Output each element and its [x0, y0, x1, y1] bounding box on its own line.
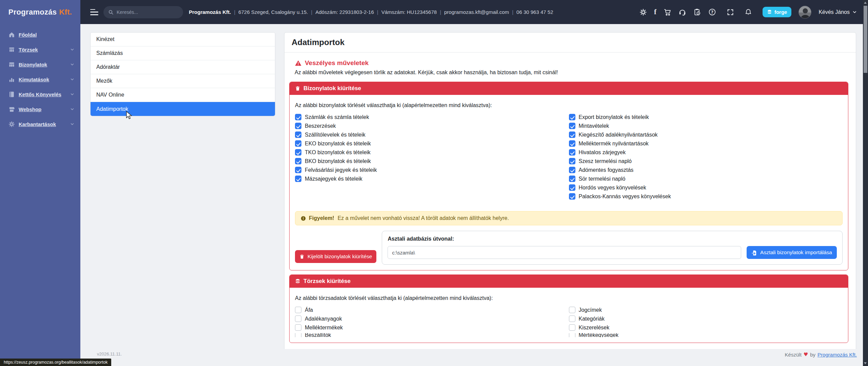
checkbox-row[interactable]: Export bizonylatok és tételeik: [569, 114, 843, 120]
scroll-down-arrow-icon[interactable]: [864, 362, 867, 364]
checkbox-checked[interactable]: [295, 176, 301, 182]
checkbox-row[interactable]: Melléktermék nyilvántartások: [569, 140, 843, 147]
checkbox-unchecked[interactable]: [295, 316, 301, 322]
checkbox-row[interactable]: Kiszerelések: [569, 324, 843, 331]
menu-item-adatimportok-active[interactable]: Adatimportok: [91, 102, 275, 116]
sidebar-item-torzsek[interactable]: Törzsek: [0, 42, 80, 57]
sidebar-item-karbantartasok[interactable]: Karbantartások: [0, 117, 80, 131]
forge-badge[interactable]: forge: [763, 7, 792, 17]
checkbox-row[interactable]: EKO bizonylatok és tételeik: [295, 140, 569, 147]
sidebar-item-fooldal[interactable]: Főoldal: [0, 27, 80, 42]
documents-right-column: Export bizonylatok és tételeik Mintavéte…: [569, 114, 843, 200]
fullscreen-icon[interactable]: [727, 8, 734, 16]
sidebar-item-label: Főoldal: [19, 32, 37, 38]
checkbox-checked[interactable]: [569, 140, 575, 147]
checkbox-row[interactable]: Áfa: [295, 307, 569, 313]
headset-icon[interactable]: [678, 8, 686, 16]
checkbox-unchecked[interactable]: [569, 307, 575, 313]
facebook-icon[interactable]: f: [654, 8, 656, 16]
scrollbar-thumb[interactable]: [864, 6, 867, 73]
help-icon[interactable]: ?: [708, 8, 716, 16]
search-input[interactable]: [117, 9, 178, 15]
chevron-down-icon: [70, 62, 74, 66]
checkbox-checked[interactable]: [569, 193, 575, 200]
shopping-cart-icon[interactable]: [664, 8, 671, 16]
checkbox-checked[interactable]: [569, 123, 575, 129]
checkbox-row[interactable]: Adómentes fogyasztás: [569, 167, 843, 173]
checkbox-checked[interactable]: [295, 167, 301, 173]
bell-icon[interactable]: [745, 8, 752, 16]
checkbox-unchecked[interactable]: [569, 324, 575, 331]
checkbox-checked[interactable]: [569, 176, 575, 182]
checkbox-row[interactable]: Számlák és számla tételek: [295, 114, 569, 120]
menu-item-adoraktar[interactable]: Adóraktár: [91, 60, 275, 74]
chevron-down-icon: [852, 10, 857, 14]
checkbox-checked[interactable]: [569, 149, 575, 156]
clear-selected-documents-button[interactable]: Kijelölt bizonylatok kiürítése: [295, 250, 376, 263]
checkbox-checked[interactable]: [295, 149, 301, 156]
checkbox-label: Áfa: [305, 307, 313, 313]
vertical-scrollbar[interactable]: [863, 0, 868, 366]
masters-panel: Törzsek kiürítése Az alábbi törzsadatok …: [289, 274, 848, 343]
checkbox-row[interactable]: BKO bizonylatok és tételeik: [295, 158, 569, 164]
checkbox-row[interactable]: Palackos-Kannás vegyes könyvelések: [569, 193, 843, 200]
checkbox-row[interactable]: Hordós vegyes könyvelések: [569, 184, 843, 191]
sidebar-item-webshop[interactable]: Webshop: [0, 102, 80, 117]
masters-right-column: Jogcímek Kategóriák Kiszerelések Mértéke…: [569, 307, 843, 337]
avatar[interactable]: [798, 6, 811, 19]
checkbox-checked[interactable]: [295, 158, 301, 164]
checkbox-checked[interactable]: [295, 140, 301, 147]
checkbox-row[interactable]: Felvásárlási jegyek és tételeik: [295, 167, 569, 173]
checkbox-checked[interactable]: [295, 131, 301, 138]
checkbox-unchecked[interactable]: [569, 333, 575, 337]
checkbox-row[interactable]: TKO bizonylatok és tételeik: [295, 149, 569, 156]
checkbox-checked[interactable]: [569, 158, 575, 164]
checkbox-row[interactable]: Kategóriák: [569, 316, 843, 322]
checkbox-checked[interactable]: [295, 114, 301, 120]
checkbox-row[interactable]: Hivatalos zárjegyek: [569, 149, 843, 156]
user-menu[interactable]: Kévés János: [818, 9, 857, 15]
settings-menu: Kinézet Számlázás Adóraktár Mezők NAV On…: [90, 32, 275, 116]
checkbox-unchecked[interactable]: [295, 307, 301, 313]
checkbox-row[interactable]: Jogcímek: [569, 307, 843, 313]
menu-item-szamlazas[interactable]: Számlázás: [91, 46, 275, 60]
checkbox-row[interactable]: Adalékanyagok: [295, 316, 569, 322]
db-path-input[interactable]: [388, 246, 741, 259]
sidebar-item-kimutatasok[interactable]: Kimutatások: [0, 72, 80, 87]
search-box[interactable]: [103, 6, 183, 18]
checkbox-checked[interactable]: [569, 131, 575, 138]
checkbox-checked[interactable]: [295, 123, 301, 129]
checkbox-row[interactable]: Mintavételek: [569, 123, 843, 129]
checkbox-checked[interactable]: [569, 167, 575, 173]
checkbox-row-clipped[interactable]: Beszállítók: [295, 333, 569, 337]
company-link[interactable]: Programozás Kft.: [817, 352, 857, 358]
checkbox-label: Kiegészítő adaléknyilvántartások: [579, 132, 658, 138]
brand-logo[interactable]: Programozás Kft.: [0, 0, 80, 24]
hamburger-menu-icon[interactable]: [90, 9, 99, 15]
menu-item-mezok[interactable]: Mezők: [91, 74, 275, 88]
clipboard-clock-icon[interactable]: [693, 8, 701, 16]
scroll-up-arrow-icon[interactable]: [864, 2, 867, 4]
topbar-icons: f ? forge: [639, 6, 857, 19]
menu-item-kinezet[interactable]: Kinézet: [91, 33, 275, 46]
checkbox-row-clipped[interactable]: Mértékegységek: [569, 333, 843, 337]
import-desktop-documents-button[interactable]: Asztali bizonylatok importálása: [747, 246, 837, 259]
checkbox-row[interactable]: Mázsajegyek és tételeik: [295, 176, 569, 182]
checkbox-label: Hivatalos zárjegyek: [579, 149, 626, 156]
sidebar-item-kettos-konyveles[interactable]: Kettős Könyvelés: [0, 87, 80, 102]
checkbox-row[interactable]: Szesz termelési napló: [569, 158, 843, 164]
sidebar-item-bizonylatok[interactable]: Bizonylatok: [0, 57, 80, 72]
checkbox-checked[interactable]: [569, 114, 575, 120]
checkbox-row[interactable]: Kiegészítő adaléknyilvántartások: [569, 131, 843, 138]
gear-icon[interactable]: [639, 8, 647, 16]
checkbox-unchecked[interactable]: [569, 316, 575, 322]
checkbox-unchecked[interactable]: [295, 324, 301, 331]
checkbox-checked[interactable]: [569, 184, 575, 191]
checkbox-row[interactable]: Melléktermékek: [295, 324, 569, 331]
menu-item-nav-online[interactable]: NAV Online: [91, 88, 275, 102]
checkbox-row[interactable]: Szállítólevelek és tételeik: [295, 131, 569, 138]
checkbox-row[interactable]: Sör termelési napló: [569, 176, 843, 182]
bar-chart-icon: [8, 76, 15, 83]
checkbox-row[interactable]: Beszerzések: [295, 123, 569, 129]
checkbox-unchecked[interactable]: [295, 333, 301, 337]
